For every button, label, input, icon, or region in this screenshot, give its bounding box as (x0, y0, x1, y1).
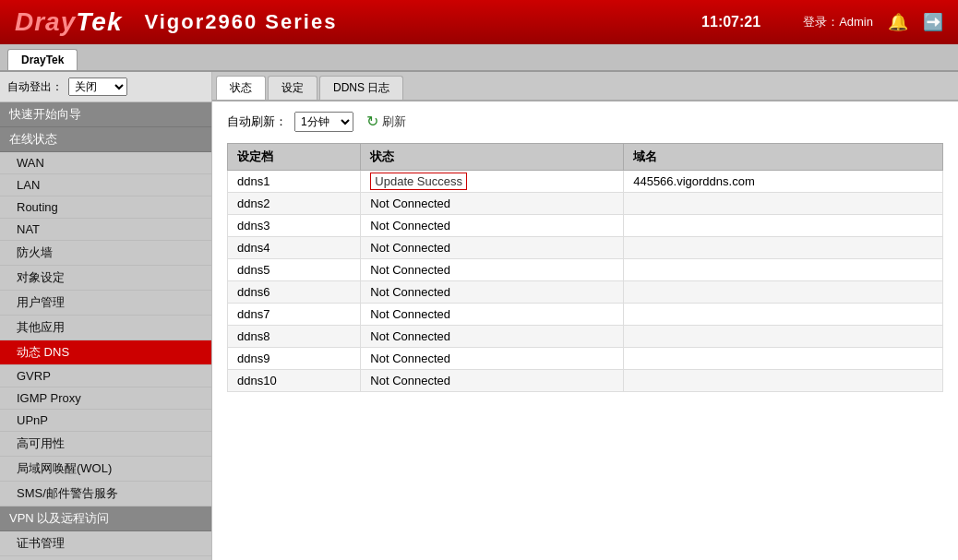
bell-icon[interactable]: 🔔 (888, 12, 908, 32)
cell-profile: ddns9 (228, 348, 361, 370)
cell-status: Not Connected (361, 348, 624, 370)
auto-login-label: 自动登出： (7, 79, 63, 95)
tab-settings[interactable]: 设定 (268, 76, 317, 100)
sidebar-item-dynamic-dns[interactable]: 动态 DNS (0, 340, 211, 365)
cell-profile: ddns2 (228, 193, 361, 215)
sidebar-top: 自动登出： 关闭 1分钟 5分钟 10分钟 (0, 72, 211, 102)
col-status: 状态 (361, 144, 624, 171)
cell-profile: ddns6 (228, 281, 361, 304)
cell-domain (624, 326, 943, 348)
table-row: ddns2Not Connected (228, 193, 943, 215)
sidebar-item-wan[interactable]: WAN (0, 152, 211, 174)
sidebar-item-routing[interactable]: Routing (0, 197, 211, 219)
header-right: 11:07:21 登录：Admin 🔔 ➡️ (701, 12, 943, 32)
sidebar-item-other-apps[interactable]: 其他应用 (0, 316, 211, 340)
table-row: ddns6Not Connected (228, 281, 943, 304)
sidebar-item-wol[interactable]: 局域网唤醒(WOL) (0, 457, 211, 482)
auto-refresh-select[interactable]: 1分钟 5分钟 10分钟 关闭 (294, 112, 353, 132)
cell-domain (624, 304, 943, 326)
cell-domain: 445566.vigorddns.com (624, 171, 943, 193)
sidebar-item-lan[interactable]: LAN (0, 174, 211, 197)
refresh-label: 刷新 (382, 113, 406, 130)
sidebar-item-vpn[interactable]: VPN 以及远程访问 (0, 506, 211, 531)
cell-status: Not Connected (361, 370, 624, 392)
logo-dray: Dray (15, 7, 76, 36)
sidebar-item-high-avail[interactable]: 高可用性 (0, 432, 211, 457)
logout-icon[interactable]: ➡️ (923, 12, 943, 32)
table-row: ddns9Not Connected (228, 348, 943, 370)
table-row: ddns7Not Connected (228, 304, 943, 326)
cell-profile: ddns4 (228, 237, 361, 259)
cell-status: Update Success (361, 171, 624, 193)
cell-status: Not Connected (361, 259, 624, 281)
cell-profile: ddns3 (228, 215, 361, 237)
cell-profile: ddns7 (228, 304, 361, 326)
sidebar-item-online-status[interactable]: 在线状态 (0, 127, 211, 152)
cell-status: Not Connected (361, 193, 624, 215)
logo: DrayTek (15, 7, 122, 37)
cell-status: Not Connected (361, 326, 624, 348)
refresh-button[interactable]: ↻ 刷新 (361, 111, 412, 132)
cell-domain (624, 215, 943, 237)
sidebar-item-sms[interactable]: SMS/邮件警告服务 (0, 482, 211, 506)
sidebar-item-nat[interactable]: NAT (0, 219, 211, 241)
table-row: ddns3Not Connected (228, 215, 943, 237)
ddns-table: 设定档 状态 域名 ddns1Update Success445566.vigo… (227, 143, 943, 392)
cell-domain (624, 193, 943, 215)
cell-domain (624, 281, 943, 304)
header-title: Vigor2960 Series (144, 10, 337, 34)
sidebar: 自动登出： 关闭 1分钟 5分钟 10分钟 快速开始向导 在线状态 WAN LA… (0, 72, 212, 560)
tab-bar: DrayTek (0, 44, 958, 72)
cell-profile: ddns1 (228, 171, 361, 193)
cell-status: Not Connected (361, 215, 624, 237)
table-row: ddns1Update Success445566.vigorddns.com (228, 171, 943, 193)
tab-ddns-log[interactable]: DDNS 日志 (319, 76, 403, 100)
table-row: ddns10Not Connected (228, 370, 943, 392)
cell-domain (624, 370, 943, 392)
cell-domain (624, 259, 943, 281)
header-login: 登录：Admin (803, 14, 873, 30)
sidebar-item-upnp[interactable]: UPnP (0, 410, 211, 432)
refresh-icon: ↻ (366, 113, 378, 130)
sidebar-item-firewall[interactable]: 防火墙 (0, 241, 211, 266)
cell-status: Not Connected (361, 281, 624, 304)
cell-status: Not Connected (361, 304, 624, 326)
auto-refresh-label: 自动刷新： (227, 113, 287, 130)
tab-draytek[interactable]: DrayTek (7, 49, 78, 70)
cell-profile: ddns5 (228, 259, 361, 281)
status-badge: Update Success (370, 173, 467, 190)
main-layout: 自动登出： 关闭 1分钟 5分钟 10分钟 快速开始向导 在线状态 WAN LA… (0, 72, 958, 560)
header-time: 11:07:21 (701, 14, 760, 30)
cell-domain (624, 237, 943, 259)
content-body: 自动刷新： 1分钟 5分钟 10分钟 关闭 ↻ 刷新 设定档 状态 (212, 101, 958, 401)
inner-tabs: 状态 设定 DDNS 日志 (212, 72, 958, 101)
cell-profile: ddns8 (228, 326, 361, 348)
cell-status: Not Connected (361, 237, 624, 259)
sidebar-item-gvrp[interactable]: GVRP (0, 365, 211, 387)
sidebar-item-quick-start[interactable]: 快速开始向导 (0, 102, 211, 127)
col-domain: 域名 (624, 144, 943, 171)
col-profile: 设定档 (228, 144, 361, 171)
auto-login-select[interactable]: 关闭 1分钟 5分钟 10分钟 (68, 77, 127, 96)
cell-domain (624, 348, 943, 370)
table-row: ddns8Not Connected (228, 326, 943, 348)
auto-refresh-bar: 自动刷新： 1分钟 5分钟 10分钟 关闭 ↻ 刷新 (227, 111, 943, 132)
sidebar-item-objects[interactable]: 对象设定 (0, 266, 211, 291)
logo-tek: Tek (76, 7, 122, 36)
tab-status[interactable]: 状态 (216, 76, 266, 100)
sidebar-item-user-mgmt[interactable]: 用户管理 (0, 291, 211, 316)
content: 状态 设定 DDNS 日志 自动刷新： 1分钟 5分钟 10分钟 关闭 ↻ 刷新 (212, 72, 958, 560)
table-row: ddns4Not Connected (228, 237, 943, 259)
table-row: ddns5Not Connected (228, 259, 943, 281)
sidebar-item-ssl-proxy[interactable]: SSL代理 (0, 556, 211, 560)
header: DrayTek Vigor2960 Series 11:07:21 登录：Adm… (0, 0, 958, 44)
cell-profile: ddns10 (228, 370, 361, 392)
sidebar-item-cert[interactable]: 证书管理 (0, 531, 211, 556)
sidebar-item-igmp-proxy[interactable]: IGMP Proxy (0, 387, 211, 410)
